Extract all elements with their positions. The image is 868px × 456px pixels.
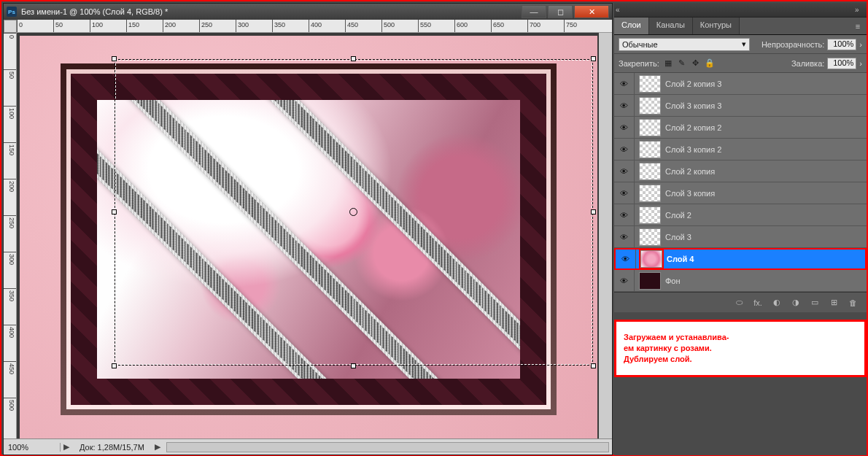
layer-row[interactable]: 👁Фон: [614, 270, 867, 292]
visibility-icon[interactable]: 👁: [614, 204, 635, 225]
layer-thumbnail[interactable]: [639, 119, 661, 136]
layer-row[interactable]: 👁Слой 2: [614, 204, 867, 226]
transform-handle-n[interactable]: [351, 56, 356, 61]
fx-icon[interactable]: fx.: [751, 296, 764, 309]
ruler-tick: 500: [4, 398, 17, 411]
minimize-button[interactable]: —: [522, 5, 546, 18]
layer-name-label[interactable]: Слой 4: [667, 255, 865, 263]
layer-name-label[interactable]: Слой 3 копия 2: [665, 145, 867, 154]
layer-thumbnail[interactable]: [640, 250, 662, 268]
layer-thumbnail[interactable]: [639, 228, 661, 246]
visibility-icon[interactable]: 👁: [614, 182, 635, 204]
visibility-icon[interactable]: 👁: [614, 73, 635, 94]
blend-mode-select[interactable]: Обычные ▾: [619, 38, 750, 51]
zoom-field[interactable]: 100%: [4, 443, 61, 452]
tab-layers[interactable]: Слои: [614, 18, 649, 34]
ruler-horizontal[interactable]: 0501001502002503003504004505005506006507…: [17, 20, 612, 33]
layer-row[interactable]: 👁Слой 4: [614, 248, 867, 270]
ruler-corner[interactable]: [4, 20, 17, 33]
layer-row[interactable]: 👁Слой 3: [614, 226, 867, 248]
visibility-icon[interactable]: 👁: [614, 270, 635, 291]
lock-paint-icon[interactable]: ✎: [676, 58, 688, 69]
layers-list: 👁Слой 2 копия 3👁Слой 3 копия 3👁Слой 2 ко…: [614, 73, 867, 292]
panel-header[interactable]: « »: [614, 3, 867, 18]
transform-handle-se[interactable]: [591, 363, 596, 368]
layers-footer: ⬭ fx. ◐ ◑ ▭ ⊞ 🗑: [614, 292, 867, 312]
status-arrow[interactable]: ▶: [61, 442, 72, 452]
layer-row[interactable]: 👁Слой 2 копия: [614, 161, 867, 182]
tutorial-line: ем картинку с розами.: [624, 343, 857, 354]
panel-flyout-icon[interactable]: ≡: [849, 18, 867, 34]
layer-name-label[interactable]: Фон: [665, 277, 867, 285]
visibility-icon[interactable]: 👁: [614, 161, 635, 182]
transform-handle-e[interactable]: [591, 209, 596, 215]
visibility-icon[interactable]: 👁: [614, 95, 635, 116]
transform-handle-w[interactable]: [112, 209, 117, 215]
layer-name-label[interactable]: Слой 3: [665, 233, 867, 241]
chevron-icon[interactable]: ›: [859, 40, 862, 49]
group-icon[interactable]: ▭: [808, 296, 821, 309]
transform-handle-ne[interactable]: [591, 56, 596, 61]
transform-bounding-box[interactable]: [115, 59, 593, 366]
close-button[interactable]: ✕: [574, 5, 609, 18]
layer-thumbnail[interactable]: [639, 185, 661, 202]
scrollbar-vertical[interactable]: [599, 33, 612, 438]
layer-row[interactable]: 👁Слой 3 копия: [614, 182, 867, 204]
canvas-area[interactable]: [17, 33, 599, 438]
fill-input[interactable]: 100%: [827, 58, 856, 69]
visibility-icon[interactable]: 👁: [614, 139, 635, 160]
lock-label: Закрепить:: [619, 59, 659, 68]
layer-thumbnail[interactable]: [639, 163, 661, 180]
layer-row[interactable]: 👁Слой 3 копия 2: [614, 139, 867, 161]
ruler-tick: 50: [4, 69, 17, 79]
layer-thumbnail[interactable]: [639, 97, 661, 115]
document-window: Ps Без имени-1 @ 100% (Слой 4, RGB/8) * …: [3, 3, 613, 455]
panel-menu-icon[interactable]: »: [855, 5, 865, 15]
layer-name-label[interactable]: Слой 2 копия: [665, 167, 867, 176]
adjustment-icon[interactable]: ◑: [789, 296, 802, 309]
trash-icon[interactable]: 🗑: [846, 296, 859, 309]
layer-row[interactable]: 👁Слой 2 копия 3: [614, 73, 867, 95]
mask-icon[interactable]: ◐: [770, 296, 783, 309]
ruler-vertical[interactable]: 050100150200250300350400450500: [4, 33, 17, 438]
titlebar[interactable]: Ps Без имени-1 @ 100% (Слой 4, RGB/8) * …: [4, 4, 612, 20]
tab-channels[interactable]: Каналы: [649, 18, 693, 34]
lock-all-icon[interactable]: 🔒: [704, 58, 716, 69]
document-canvas[interactable]: [20, 36, 597, 438]
layer-row[interactable]: 👁Слой 2 копия 2: [614, 117, 867, 139]
transform-handle-sw[interactable]: [112, 363, 117, 368]
ruler-tick: 0: [17, 20, 23, 33]
layer-name-label[interactable]: Слой 3 копия: [665, 189, 867, 198]
maximize-button[interactable]: ◻: [548, 5, 573, 18]
tab-paths[interactable]: Контуры: [693, 18, 740, 34]
layer-thumbnail[interactable]: [639, 272, 661, 290]
lock-transparent-icon[interactable]: ▦: [662, 58, 674, 69]
layer-thumbnail[interactable]: [639, 206, 661, 224]
collapse-icon[interactable]: «: [616, 5, 626, 15]
ruler-tick: 700: [527, 20, 540, 33]
screenshot-red-border: { "window": { "title": "Без имени-1 @ 10…: [0, 0, 868, 456]
chevron-icon[interactable]: ›: [859, 59, 862, 68]
scrollbar-horizontal[interactable]: [166, 442, 609, 452]
visibility-icon[interactable]: 👁: [614, 117, 635, 138]
layer-thumbnail[interactable]: [639, 141, 661, 158]
layer-row[interactable]: 👁Слой 3 копия 3: [614, 95, 867, 117]
ruler-tick: 350: [4, 288, 17, 301]
layer-name-label[interactable]: Слой 2 копия 3: [665, 80, 867, 88]
layer-thumbnail[interactable]: [639, 75, 661, 93]
visibility-icon[interactable]: 👁: [616, 250, 636, 268]
layer-name-label[interactable]: Слой 3 копия 3: [665, 101, 867, 110]
ruler-tick: 500: [381, 20, 395, 33]
new-layer-icon[interactable]: ⊞: [827, 296, 840, 309]
transform-center[interactable]: [349, 208, 357, 216]
lock-move-icon[interactable]: ✥: [690, 58, 702, 69]
link-layers-icon[interactable]: ⬭: [732, 296, 745, 309]
transform-handle-nw[interactable]: [112, 56, 117, 61]
visibility-icon[interactable]: 👁: [614, 226, 635, 247]
layer-name-label[interactable]: Слой 2 копия 2: [665, 123, 867, 132]
window-buttons: — ◻ ✕: [522, 5, 609, 18]
opacity-input[interactable]: 100%: [827, 39, 856, 50]
transform-handle-s[interactable]: [351, 363, 356, 368]
status-arrow[interactable]: ▶: [152, 442, 163, 452]
layer-name-label[interactable]: Слой 2: [665, 211, 867, 220]
